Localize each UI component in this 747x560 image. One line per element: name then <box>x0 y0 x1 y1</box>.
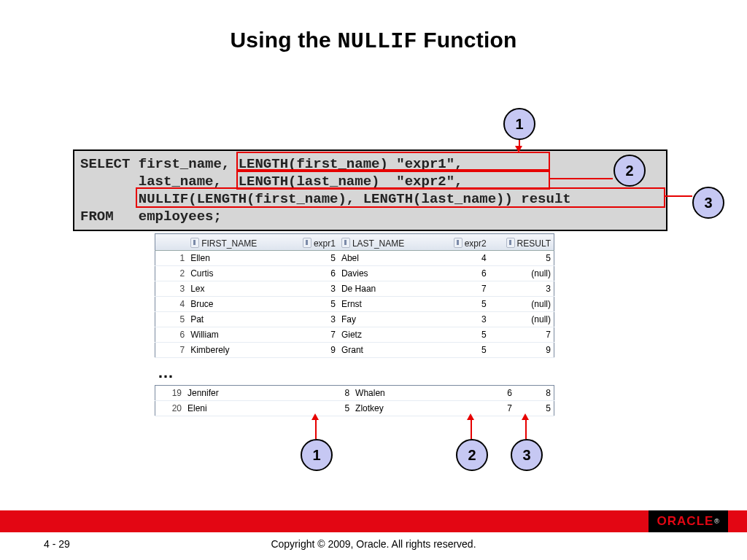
cell-expr1: 5 <box>282 297 338 312</box>
cell-result: 7 <box>489 327 554 343</box>
table-row: 7Kimberely9Grant59 <box>155 343 554 358</box>
th-last-name: LAST_NAME <box>352 238 404 249</box>
sql-l3b: NULLIF(LENGTH(first_name), LENGTH(last_n… <box>139 191 571 207</box>
column-icon <box>341 238 350 248</box>
registered-mark: ® <box>714 518 719 525</box>
cell-result: 9 <box>489 343 554 358</box>
table-row: 19Jennifer8Whalen68 <box>155 386 554 401</box>
column-icon <box>454 238 462 248</box>
th-result: RESULT <box>517 238 551 249</box>
callout-bottom-2: 2 <box>456 439 488 471</box>
cell-first-name: Lex <box>187 281 281 297</box>
row-number: 19 <box>155 386 185 401</box>
cell-first-name: Pat <box>187 312 281 327</box>
cell-expr1: 5 <box>314 401 352 416</box>
cell-expr2: 3 <box>432 312 489 327</box>
cell-expr1: 3 <box>282 312 338 327</box>
cell-last-name: Davies <box>338 266 432 281</box>
table-row: 4Bruce5Ernst5(null) <box>155 297 554 312</box>
table-row: 1Ellen5Abel45 <box>155 251 554 266</box>
row-number: 5 <box>155 312 188 327</box>
cell-expr1: 7 <box>282 327 338 343</box>
oracle-brand-tag: ORACLE® <box>649 510 728 532</box>
callout-top-2: 2 <box>614 155 646 187</box>
connector-b1 <box>315 419 317 439</box>
oracle-wordmark: ORACLE <box>657 514 714 529</box>
cell-expr1: 6 <box>282 266 338 281</box>
cell-last-name: De Haan <box>338 281 432 297</box>
table-row: 6William7Gietz57 <box>155 327 554 343</box>
copyright-text: Copyright © 2009, Oracle. All rights res… <box>0 538 747 550</box>
row-number: 3 <box>155 281 188 297</box>
row-number: 20 <box>155 401 185 416</box>
callout-bottom-1: 1 <box>301 439 333 471</box>
connector-2 <box>549 178 613 179</box>
arrow-1 <box>515 146 522 152</box>
table-row: 2Curtis6Davies6(null) <box>155 266 554 281</box>
cell-first-name: Ellen <box>187 251 281 266</box>
th-first-name: FIRST_NAME <box>201 238 257 249</box>
row-number: 6 <box>155 327 188 343</box>
cell-result: (null) <box>489 266 554 281</box>
cell-result: 3 <box>489 281 554 297</box>
cell-expr2: 6 <box>432 266 489 281</box>
title-pre: Using the <box>230 28 337 52</box>
cell-last-name: Grant <box>338 343 432 358</box>
title-post: Function <box>417 28 517 52</box>
callout-top-1: 1 <box>503 108 535 140</box>
cell-first-name: Curtis <box>187 266 281 281</box>
cell-expr2: 5 <box>432 343 489 358</box>
footer-redbar <box>0 510 747 532</box>
table-row: 3Lex3De Haan73 <box>155 281 554 297</box>
th-expr2: expr2 <box>465 238 487 249</box>
cell-result: (null) <box>489 312 554 327</box>
cell-first-name: Bruce <box>187 297 281 312</box>
cell-expr1: 8 <box>314 386 352 401</box>
cell-expr2: 4 <box>432 251 489 266</box>
row-number: 4 <box>155 297 188 312</box>
cell-last-name: Fay <box>338 312 432 327</box>
cell-last-name: Whalen <box>352 386 477 401</box>
cell-result: 5 <box>489 251 554 266</box>
row-number: 1 <box>155 251 188 266</box>
column-icon <box>303 238 311 248</box>
row-number: 2 <box>155 266 188 281</box>
cell-first-name: Jennifer <box>185 386 314 401</box>
callout-bottom-3: 3 <box>511 439 543 471</box>
cell-expr2: 5 <box>432 297 489 312</box>
cell-first-name: William <box>187 327 281 343</box>
column-icon <box>190 238 199 248</box>
slide-title: Using the NULLIF Function <box>0 0 747 54</box>
cell-expr2: 7 <box>432 281 489 297</box>
cell-last-name: Gietz <box>338 327 432 343</box>
result-table-bottom: 19Jennifer8Whalen6820Eleni5Zlotkey75 <box>155 385 554 416</box>
th-expr1: expr1 <box>314 238 336 249</box>
table-header-row: FIRST_NAME expr1 LAST_NAME expr2 RESULT <box>155 234 554 251</box>
cell-result: (null) <box>489 297 554 312</box>
cell-result: 8 <box>515 386 554 401</box>
connector-b2 <box>471 419 472 439</box>
row-number: 7 <box>155 343 188 358</box>
sql-l1b: LENGTH(first_name) "expr1", <box>239 156 463 172</box>
cell-expr2: 7 <box>477 401 515 416</box>
sql-l2a: last_name, <box>80 174 239 190</box>
connector-b3 <box>525 419 527 439</box>
arrow-b2 <box>467 413 474 420</box>
table-row: 5Pat3Fay3(null) <box>155 312 554 327</box>
sql-code-box: SELECT first_name, LENGTH(first_name) "e… <box>73 149 667 231</box>
ellipsis-text: … <box>158 363 174 382</box>
sql-l4: FROM employees; <box>80 209 222 225</box>
cell-expr1: 5 <box>282 251 338 266</box>
arrow-b1 <box>311 413 319 420</box>
callout-top-3: 3 <box>692 187 724 219</box>
cell-last-name: Abel <box>338 251 432 266</box>
connector-3 <box>664 195 692 197</box>
arrow-b3 <box>522 413 529 420</box>
cell-first-name: Kimberely <box>187 343 281 358</box>
cell-last-name: Ernst <box>338 297 432 312</box>
cell-expr2: 5 <box>432 327 489 343</box>
table-row: 20Eleni5Zlotkey75 <box>155 401 554 416</box>
cell-first-name: Eleni <box>185 401 314 416</box>
cell-last-name: Zlotkey <box>352 401 477 416</box>
sql-l3a <box>80 191 139 207</box>
